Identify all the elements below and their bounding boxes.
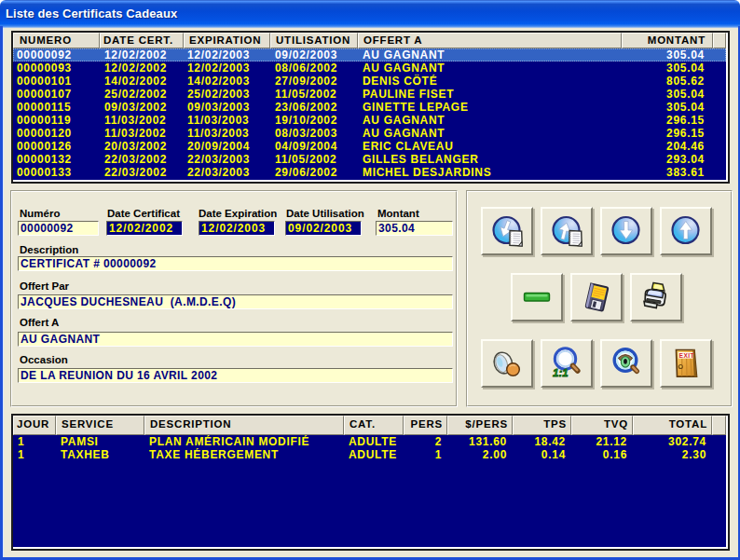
- svg-text:1:1: 1:1: [553, 367, 569, 378]
- svg-text:EXIT: EXIT: [679, 352, 694, 359]
